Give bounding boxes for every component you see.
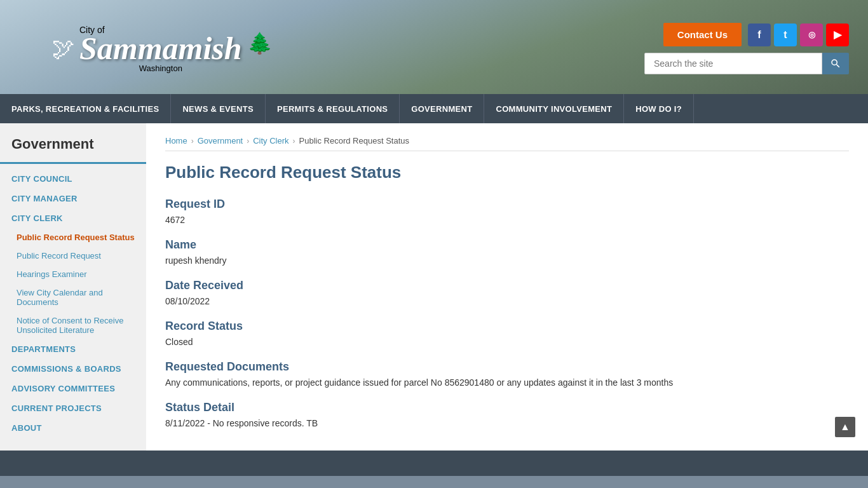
sidebar: Government CITY COUNCIL CITY MANAGER CIT… bbox=[0, 123, 146, 451]
facebook-icon[interactable]: f bbox=[748, 24, 771, 46]
bird-icon: 🕊 bbox=[51, 30, 76, 68]
page-title: Public Record Request Status bbox=[165, 163, 849, 182]
field-value-status-detail: 8/11/2022 - No responsive records. TB bbox=[165, 417, 849, 430]
field-value-date-received: 08/10/2022 bbox=[165, 295, 849, 308]
sidebar-item-advisory[interactable]: ADVISORY COMMITTEES bbox=[0, 379, 146, 398]
scroll-to-top-button[interactable]: ▲ bbox=[835, 417, 855, 437]
field-value-requested-docs: Any communications, reports, or project … bbox=[165, 376, 849, 390]
sidebar-subitem-notice-consent[interactable]: Notice of Consent to Receive Unsolicited… bbox=[0, 311, 146, 339]
field-label-date-received: Date Received bbox=[165, 279, 849, 292]
search-bar bbox=[644, 53, 849, 74]
social-icons: f t ◎ ▶ bbox=[748, 24, 849, 46]
breadcrumb-current: Public Record Request Status bbox=[299, 136, 409, 146]
nav-permits[interactable]: PERMITS & REGULATIONS bbox=[266, 94, 400, 123]
field-label-status-detail: Status Detail bbox=[165, 401, 849, 414]
contact-us-button[interactable]: Contact Us bbox=[663, 23, 742, 46]
breadcrumb-city-clerk[interactable]: City Clerk bbox=[253, 136, 288, 146]
twitter-icon[interactable]: t bbox=[774, 24, 797, 46]
sidebar-item-current-projects[interactable]: CURRENT PROJECTS bbox=[0, 398, 146, 418]
sidebar-subitem-city-calendar[interactable]: View City Calendar and Documents bbox=[0, 283, 146, 311]
sidebar-subitem-public-record-request[interactable]: Public Record Request bbox=[0, 247, 146, 265]
header-right: Contact Us f t ◎ ▶ bbox=[644, 23, 849, 74]
field-label-record-status: Record Status bbox=[165, 320, 849, 333]
sidebar-item-city-clerk[interactable]: CITY CLERK bbox=[0, 208, 146, 228]
main-nav: PARKS, RECREATION & FACILITIES NEWS & EV… bbox=[0, 94, 868, 123]
youtube-icon[interactable]: ▶ bbox=[826, 24, 849, 46]
sidebar-item-city-manager[interactable]: CITY MANAGER bbox=[0, 189, 146, 208]
nav-howdoi[interactable]: HOW DO I? bbox=[624, 94, 694, 123]
search-input[interactable] bbox=[644, 53, 822, 74]
breadcrumb-sep-3: › bbox=[293, 137, 295, 146]
instagram-icon[interactable]: ◎ bbox=[800, 24, 823, 46]
search-icon bbox=[830, 58, 841, 69]
breadcrumb-home[interactable]: Home bbox=[165, 136, 187, 146]
site-logo[interactable]: 🕊 City of Sammamish Washington 🌲 bbox=[51, 25, 266, 73]
field-value-record-status: Closed bbox=[165, 336, 849, 349]
sidebar-subitem-hearings-examiner[interactable]: Hearings Examiner bbox=[0, 265, 146, 283]
nav-news[interactable]: NEWS & EVENTS bbox=[171, 94, 266, 123]
breadcrumb-sep-2: › bbox=[247, 137, 249, 146]
site-name: Sammamish bbox=[79, 32, 242, 65]
sidebar-item-about[interactable]: ABOUT bbox=[0, 418, 146, 438]
breadcrumb-sep-1: › bbox=[191, 137, 194, 146]
sidebar-subitem-public-record-status[interactable]: Public Record Request Status bbox=[0, 228, 146, 247]
nav-community[interactable]: COMMUNITY INVOLVEMENT bbox=[484, 94, 624, 123]
field-label-name: Name bbox=[165, 238, 849, 252]
nav-government[interactable]: GOVERNMENT bbox=[400, 94, 484, 123]
site-header: 🕊 City of Sammamish Washington 🌲 Contact… bbox=[0, 0, 868, 94]
sidebar-item-departments[interactable]: DEPARTMENTS bbox=[0, 339, 146, 359]
sidebar-item-commissions[interactable]: COMMISSIONS & BOARDS bbox=[0, 359, 146, 379]
tree-icon: 🌲 bbox=[247, 31, 266, 66]
sidebar-title: Government bbox=[0, 136, 146, 164]
field-label-request-id: Request ID bbox=[165, 198, 849, 211]
field-value-request-id: 4672 bbox=[165, 214, 849, 227]
breadcrumb-government[interactable]: Government bbox=[198, 136, 243, 146]
breadcrumb: Home › Government › City Clerk › Public … bbox=[165, 136, 849, 151]
field-label-requested-docs: Requested Documents bbox=[165, 360, 849, 374]
sidebar-item-city-council[interactable]: CITY COUNCIL bbox=[0, 169, 146, 189]
footer-strip bbox=[0, 451, 868, 476]
header-actions: Contact Us f t ◎ ▶ bbox=[663, 23, 849, 46]
main-content: Home › Government › City Clerk › Public … bbox=[146, 123, 868, 451]
nav-parks[interactable]: PARKS, RECREATION & FACILITIES bbox=[0, 94, 171, 123]
search-button[interactable] bbox=[822, 53, 849, 74]
field-value-name: rupesh khendry bbox=[165, 254, 849, 268]
body-area: Government CITY COUNCIL CITY MANAGER CIT… bbox=[0, 123, 868, 451]
